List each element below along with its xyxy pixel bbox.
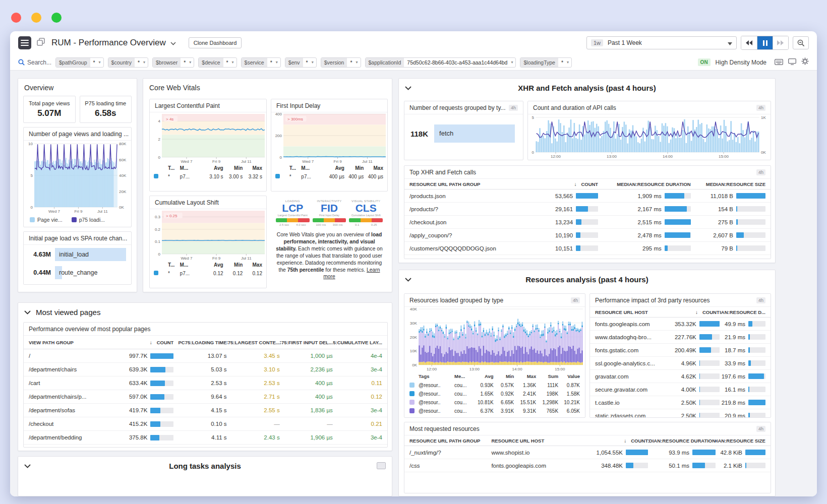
table-row[interactable]: /checkout415.2K0.10 s——0.21 bbox=[24, 417, 387, 431]
stat-total-page-views: Total page views 5.07M bbox=[23, 96, 76, 123]
cls-chart[interactable]: 0.30.20.10Wed 7Fri 9Jul 11> 0.25 bbox=[150, 209, 266, 261]
table-row[interactable]: /customers/QQQQQDDOGQ.json10,151295 ms79… bbox=[404, 242, 771, 255]
time-range-picker[interactable]: 1w Past 1 Week bbox=[586, 36, 737, 49]
resources-loaded-chart[interactable]: 40K30K20K10K0K12:0013:0014:0015:00 bbox=[404, 307, 585, 371]
copy-window-icon[interactable] bbox=[36, 37, 46, 49]
fid-widget: First Input Delay 4002000Wed 7Fri 9Jul 1… bbox=[271, 99, 388, 192]
load-type-widget: Initial page load vs SPA route chan... 4… bbox=[23, 231, 132, 285]
maximize-traffic-light[interactable] bbox=[51, 13, 62, 23]
clone-dashboard-button[interactable]: Clone Dashboard bbox=[189, 37, 242, 48]
legend-row[interactable]: @resour..cou...0.93K0.57K1.36K111K0.87K bbox=[404, 381, 585, 389]
table-row[interactable]: /department/bedding375.8K4.11 s2.43 s1,9… bbox=[24, 431, 387, 445]
dashboard-list-icon[interactable] bbox=[18, 36, 31, 49]
fid-summary-table: T...M...AvgMinMax*p7...400 µs400 µs400 µ… bbox=[271, 164, 387, 181]
minimize-traffic-light[interactable] bbox=[31, 13, 41, 23]
table-row[interactable]: /department/chairs/p...597.0K9.64 s2.71 … bbox=[24, 390, 387, 404]
template-variable-pill[interactable]: $version*▾ bbox=[321, 57, 361, 68]
table-row[interactable]: *p7...3.10 s3.00 s3.32 s bbox=[150, 172, 266, 181]
table-row[interactable]: /products/?29,1612,167 ms154 B bbox=[404, 203, 771, 216]
table-row[interactable]: fonts.googleapis.com353.32K49.9 ms bbox=[590, 318, 771, 331]
search-input[interactable]: Search... bbox=[18, 59, 51, 66]
template-variable-pill[interactable]: $env*▾ bbox=[285, 57, 317, 68]
template-variable-pill[interactable]: $device*▾ bbox=[198, 57, 237, 68]
legend-row[interactable]: @resour..cou...1.65K0.92K2.41K198K1.58K bbox=[404, 389, 585, 398]
timeframe-badge: 4h bbox=[756, 426, 765, 432]
value-bar bbox=[745, 450, 765, 455]
svg-text:> 0.25: > 0.25 bbox=[166, 214, 178, 218]
value-bar bbox=[665, 193, 691, 199]
svg-text:Jul 11: Jul 11 bbox=[241, 159, 252, 164]
xhr-section-title: XHR and Fetch analysis (past 4 hours) bbox=[399, 84, 775, 92]
pageviews-widget: Number of page views and loading ... 105… bbox=[23, 127, 132, 227]
load-type-row[interactable]: 0.44Mroute_change bbox=[24, 263, 131, 281]
template-variable-pill[interactable]: $country*▾ bbox=[108, 57, 148, 68]
template-variable-pill[interactable]: $loadingType*▾ bbox=[520, 57, 572, 68]
value-bar bbox=[736, 219, 765, 225]
table-row[interactable]: static.zdassets.com2.50K20.9 ms bbox=[590, 409, 771, 418]
core-web-vitals-card: Core Web Vitals Largest Contentful Paint… bbox=[143, 78, 392, 292]
legend-row[interactable]: @resour..cou...6.37K3.91K9.31K765K6.05K bbox=[404, 406, 585, 415]
table-row[interactable]: /cssfonts.googleapis.com348.48K50.1 ms2.… bbox=[404, 459, 771, 472]
page-title[interactable]: RUM - Performance Overview bbox=[51, 38, 166, 48]
threshold-gradient-bar bbox=[349, 218, 383, 222]
table-header: TagsMe...AvgMinMaxSumValue bbox=[404, 371, 585, 381]
sort-desc-icon[interactable]: ↓ bbox=[624, 438, 626, 444]
table-row[interactable]: /department/chairs639.3K5.03 s3.10 s2,23… bbox=[24, 363, 387, 376]
legend-item[interactable]: p75 loadi... bbox=[72, 217, 105, 223]
cls-widget: Cumulative Layout Shift 0.30.20.10Wed 7F… bbox=[149, 196, 267, 288]
table-row[interactable]: *p7...0.120.120.12 bbox=[150, 269, 266, 278]
tv-mode-icon[interactable] bbox=[788, 58, 796, 67]
table-row[interactable]: /products.json53,5651,909 ms11,018 B bbox=[404, 190, 771, 203]
table-row[interactable]: secure.gravatar.com4.00K16.1 ms bbox=[590, 383, 771, 396]
value-bar bbox=[745, 463, 765, 468]
legend-item[interactable]: Page vie... bbox=[30, 217, 63, 223]
zoom-out-button[interactable] bbox=[793, 36, 809, 49]
table-row[interactable]: /cart633.4K2.53 s2.53 s400 µs0.11 bbox=[24, 376, 387, 390]
most-viewed-collapse-chevron-icon[interactable] bbox=[24, 307, 31, 317]
table-row[interactable]: gravatar.com4.62K197.6 ms bbox=[590, 370, 771, 383]
template-variable-pill[interactable]: $pathGroup*▾ bbox=[55, 57, 104, 68]
pageviews-chart[interactable]: 105080K60K40K20K0KWed 7Fri 9Jul 11 bbox=[24, 141, 131, 214]
lcp-chart[interactable]: 420Wed 7Fri 9Jul 11> 4s bbox=[150, 112, 266, 164]
fid-chart[interactable]: 4002000Wed 7Fri 9Jul 11> 300ms bbox=[271, 112, 387, 164]
cwv-metric-badge: Visual StabilityCLSCumulative Layout Shi… bbox=[349, 200, 383, 226]
sort-desc-icon[interactable]: ↓ bbox=[574, 181, 576, 187]
close-traffic-light[interactable] bbox=[11, 13, 21, 23]
value-bar bbox=[692, 463, 716, 468]
svg-text:Jul 11: Jul 11 bbox=[97, 209, 108, 214]
table-row[interactable]: /_nuxt/img/?www.shopist.io1,054.55K93.9 … bbox=[404, 446, 771, 459]
table-row[interactable]: /apply_coupon/?10,1902,478 ms2,607 B bbox=[404, 229, 771, 242]
svg-text:20K: 20K bbox=[410, 335, 418, 340]
fetch-row[interactable]: 118K fetch bbox=[404, 114, 523, 153]
table-row[interactable]: /997.7K13.07 s3.45 s1,000 µs4e-4 bbox=[24, 349, 387, 363]
table-row[interactable]: t.castle.io2.50K219.8 ms bbox=[590, 396, 771, 409]
table-row[interactable]: /department/sofas419.7K4.15 s2.55 s1,836… bbox=[24, 404, 387, 417]
load-type-row[interactable]: 4.63Minitial_load bbox=[24, 245, 131, 263]
settings-gear-icon[interactable] bbox=[801, 57, 809, 67]
table-row[interactable]: *p7...400 µs400 µs400 µs bbox=[271, 172, 387, 181]
sort-desc-icon[interactable]: ↓ bbox=[150, 340, 152, 345]
title-chevron-down-icon[interactable] bbox=[170, 38, 176, 47]
svg-text:14:00: 14:00 bbox=[663, 154, 673, 159]
legend-row[interactable]: @resour..cou...10.81K6.65K15.51K1,298K10… bbox=[404, 398, 585, 406]
long-tasks-collapse-chevron-icon[interactable] bbox=[24, 461, 31, 470]
sort-desc-icon[interactable]: ↓ bbox=[695, 309, 698, 315]
template-variable-pill[interactable]: $applicationId75d50c62-8b66-403c-a453-aa… bbox=[365, 57, 516, 68]
svg-text:Wed 7: Wed 7 bbox=[181, 256, 193, 261]
template-variable-pill[interactable]: $browser*▾ bbox=[152, 57, 194, 68]
pause-button[interactable] bbox=[757, 36, 773, 49]
api-calls-chart[interactable]: 501K0K12:0013:0014:0015:00 bbox=[528, 114, 771, 159]
table-row[interactable]: /checkout.json13,2342,515 ms275 B bbox=[404, 216, 771, 229]
keyboard-shortcuts-icon[interactable] bbox=[775, 58, 783, 67]
table-row[interactable]: fonts.gstatic.com200.49K18.7 ms bbox=[590, 344, 771, 357]
table-row[interactable]: ssl.google-analytics.c...4.96K33.9 ms bbox=[590, 357, 771, 370]
table-row[interactable]: /department/bedding352.3K9.76 s2.68 s400… bbox=[24, 445, 387, 448]
template-variable-pill[interactable]: $service*▾ bbox=[241, 57, 281, 68]
xhr-collapse-chevron-icon[interactable] bbox=[405, 83, 411, 92]
table-row[interactable]: www.datadoghq-bro...227.76K21.9 ms bbox=[590, 331, 771, 344]
resources-collapse-chevron-icon[interactable] bbox=[405, 275, 411, 284]
forward-button[interactable] bbox=[773, 36, 788, 49]
rewind-button[interactable] bbox=[741, 36, 757, 49]
density-toggle-state[interactable]: ON bbox=[698, 58, 711, 66]
density-toggle-label[interactable]: High Density Mode bbox=[716, 59, 766, 66]
